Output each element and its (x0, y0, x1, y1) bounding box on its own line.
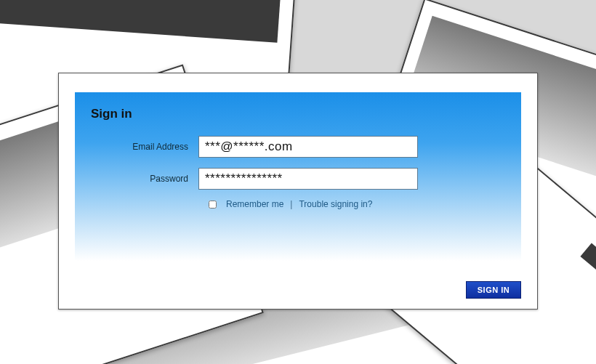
signin-gradient-box: Sign in Email Address Password Remember … (75, 92, 521, 261)
email-field[interactable] (198, 136, 418, 158)
signin-title: Sign in (91, 107, 132, 121)
signin-panel: Sign in Email Address Password Remember … (58, 73, 538, 310)
email-label: Email Address (89, 142, 198, 152)
options-row: Remember me | Trouble signing in? (209, 199, 372, 209)
email-row: Email Address (89, 136, 418, 158)
password-row: Password (89, 168, 418, 190)
remember-me-checkbox[interactable] (209, 201, 217, 209)
trouble-signin-link[interactable]: Trouble signing in? (299, 199, 372, 209)
background-bar (0, 0, 283, 43)
remember-me-label[interactable]: Remember me (226, 199, 283, 209)
options-divider: | (290, 199, 292, 209)
password-label: Password (89, 174, 198, 184)
signin-button[interactable]: SIGN IN (466, 281, 521, 299)
background-button-label: N IN (580, 243, 596, 302)
password-field[interactable] (198, 168, 418, 190)
